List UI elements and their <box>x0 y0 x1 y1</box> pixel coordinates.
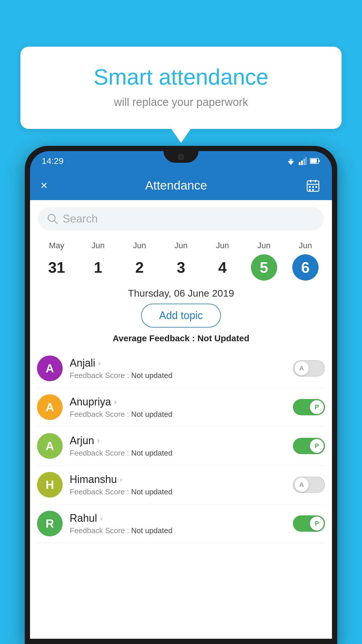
status-icons <box>286 157 320 165</box>
screen-content: Search May31Jun1Jun2Jun3Jun4Jun5Jun6 Thu… <box>30 200 332 639</box>
signal-icon <box>299 157 307 165</box>
student-item[interactable]: AAnjali ›Feedback Score : Not updatedA <box>37 349 325 388</box>
toggle-knob: P <box>310 517 324 531</box>
feedback-value: Not updated <box>131 449 173 457</box>
student-info: Rahul ›Feedback Score : Not updated <box>70 512 286 535</box>
student-info: Arjun ›Feedback Score : Not updated <box>70 435 286 458</box>
speech-bubble-container: Smart attendance will replace your paper… <box>20 47 342 129</box>
svg-rect-8 <box>310 159 317 163</box>
feedback-value: Not updated <box>131 410 173 419</box>
day-month: Jun <box>133 241 146 250</box>
student-avatar: A <box>37 433 63 459</box>
calendar-icon <box>306 178 320 192</box>
chevron-icon: › <box>120 475 122 484</box>
svg-rect-3 <box>299 162 301 165</box>
day-number[interactable]: 2 <box>126 254 153 281</box>
bubble-title: Smart attendance <box>41 64 321 90</box>
toggle-knob: P <box>310 439 324 453</box>
day-number[interactable]: 3 <box>168 254 194 281</box>
attendance-toggle[interactable]: P <box>293 399 325 415</box>
student-list: AAnjali ›Feedback Score : Not updatedAAA… <box>30 349 332 543</box>
student-feedback: Feedback Score : Not updated <box>70 526 286 535</box>
avg-feedback: Average Feedback : Not Updated <box>30 333 332 343</box>
calendar-day[interactable]: Jun3 <box>164 241 198 281</box>
day-number[interactable]: 6 <box>292 254 319 281</box>
phone-frame: 14:29 <box>25 146 337 644</box>
avg-feedback-value: Not Updated <box>197 333 249 343</box>
toggle-knob: P <box>310 400 324 414</box>
day-number[interactable]: 31 <box>43 254 70 281</box>
student-name: Arjun › <box>70 435 286 447</box>
day-month: Jun <box>92 241 105 250</box>
student-item[interactable]: HHimanshu ›Feedback Score : Not updatedA <box>37 466 325 504</box>
chevron-icon: › <box>100 514 103 523</box>
close-button[interactable]: × <box>41 178 48 192</box>
calendar-day[interactable]: Jun2 <box>122 241 157 281</box>
calendar-day[interactable]: Jun1 <box>80 241 115 281</box>
feedback-value: Not updated <box>131 526 173 535</box>
day-month: Jun <box>257 241 270 250</box>
svg-rect-15 <box>312 186 314 188</box>
feedback-value: Not updated <box>131 487 173 496</box>
day-number[interactable]: 4 <box>209 254 236 281</box>
chevron-icon: › <box>114 397 117 407</box>
svg-rect-18 <box>312 189 314 191</box>
student-info: Anjali ›Feedback Score : Not updated <box>70 357 286 380</box>
student-feedback: Feedback Score : Not updated <box>70 371 286 380</box>
student-item[interactable]: AAnupriya ›Feedback Score : Not updatedP <box>37 388 325 427</box>
calendar-button[interactable] <box>305 177 321 194</box>
notch <box>164 151 198 163</box>
student-name: Anupriya › <box>70 396 286 408</box>
search-icon <box>47 213 58 224</box>
svg-rect-12 <box>315 180 316 183</box>
student-item[interactable]: AArjun ›Feedback Score : Not updatedP <box>37 427 325 466</box>
student-item[interactable]: RRahul ›Feedback Score : Not updatedP <box>37 504 325 543</box>
add-topic-button[interactable]: Add topic <box>141 304 221 328</box>
chevron-icon: › <box>98 358 101 368</box>
attendance-toggle[interactable]: P <box>293 515 325 532</box>
toggle-knob: A <box>295 361 309 375</box>
avg-feedback-label: Average Feedback : <box>113 333 195 343</box>
svg-rect-11 <box>310 180 311 183</box>
wifi-icon <box>286 157 296 165</box>
attendance-toggle[interactable]: P <box>293 438 325 454</box>
search-bar[interactable]: Search <box>38 207 324 230</box>
notch-camera <box>178 154 184 160</box>
svg-rect-4 <box>301 160 303 165</box>
day-number[interactable]: 5 <box>251 254 277 281</box>
status-time: 14:29 <box>42 156 64 166</box>
student-feedback: Feedback Score : Not updated <box>70 449 286 458</box>
calendar-strip: May31Jun1Jun2Jun3Jun4Jun5Jun6 <box>30 235 332 281</box>
svg-rect-5 <box>303 159 305 165</box>
student-feedback: Feedback Score : Not updated <box>70 410 286 419</box>
student-name: Anjali › <box>70 357 286 369</box>
day-number[interactable]: 1 <box>85 254 111 281</box>
student-avatar: R <box>37 511 63 536</box>
svg-rect-9 <box>319 160 320 162</box>
day-month: May <box>49 241 64 250</box>
status-bar: 14:29 <box>30 151 332 171</box>
toggle-knob: A <box>295 478 309 492</box>
student-info: Himanshu ›Feedback Score : Not updated <box>70 473 286 496</box>
student-info: Anupriya ›Feedback Score : Not updated <box>70 396 286 419</box>
search-input-placeholder: Search <box>63 213 98 225</box>
day-month: Jun <box>174 241 187 250</box>
student-name: Rahul › <box>70 512 286 524</box>
calendar-day[interactable]: May31 <box>39 241 74 281</box>
attendance-toggle[interactable]: A <box>293 477 325 493</box>
speech-bubble: Smart attendance will replace your paper… <box>20 47 342 129</box>
calendar-day[interactable]: Jun5 <box>247 241 282 281</box>
student-avatar: H <box>37 472 63 498</box>
bubble-subtitle: will replace your paperwork <box>41 96 321 108</box>
svg-marker-2 <box>290 158 292 159</box>
feedback-value: Not updated <box>131 371 173 380</box>
chevron-icon: › <box>97 436 100 445</box>
app-bar: × Attendance <box>30 171 332 200</box>
battery-icon <box>310 158 320 164</box>
calendar-day[interactable]: Jun4 <box>205 241 240 281</box>
attendance-toggle[interactable]: A <box>293 360 325 377</box>
calendar-day[interactable]: Jun6 <box>288 241 323 281</box>
phone-inner: 14:29 <box>30 151 332 639</box>
svg-line-20 <box>54 220 57 224</box>
svg-rect-6 <box>305 157 307 165</box>
